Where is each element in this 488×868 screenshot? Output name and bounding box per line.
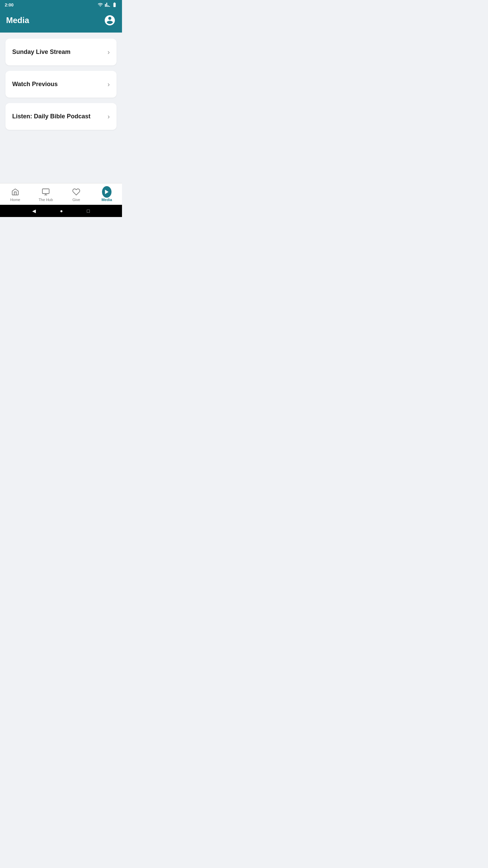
nav-item-give[interactable]: Give: [61, 187, 92, 202]
media-nav-label: Media: [101, 198, 112, 202]
user-avatar-icon[interactable]: [104, 14, 116, 26]
status-time: 2:00: [5, 2, 14, 7]
give-icon-wrap: [72, 187, 81, 197]
watch-previous-card[interactable]: Watch Previous ›: [5, 71, 117, 98]
nav-item-the-hub[interactable]: The Hub: [30, 187, 61, 202]
android-nav-bar: ◀ ● □: [0, 205, 122, 217]
bottom-nav: Home The Hub Give Med: [0, 183, 122, 205]
daily-bible-podcast-label: Listen: Daily Bible Podcast: [12, 113, 90, 120]
hub-icon-wrap: [41, 187, 50, 197]
page-header: Media: [0, 9, 122, 33]
media-active-bg: [102, 186, 111, 198]
wifi-icon: [98, 2, 103, 7]
media-icon-wrap: [102, 187, 111, 197]
status-icons: [98, 2, 117, 7]
give-nav-label: Give: [73, 198, 80, 202]
chevron-right-icon: ›: [107, 48, 110, 56]
monitor-icon: [42, 188, 50, 196]
play-icon: [104, 189, 110, 195]
sunday-live-stream-label: Sunday Live Stream: [12, 48, 70, 56]
android-back-button[interactable]: ◀: [32, 208, 36, 214]
status-bar: 2:00: [0, 0, 122, 9]
svg-marker-3: [105, 190, 109, 194]
daily-bible-podcast-card[interactable]: Listen: Daily Bible Podcast ›: [5, 103, 117, 130]
home-icon-wrap: [11, 187, 20, 197]
heart-icon: [72, 188, 80, 196]
home-icon: [11, 188, 19, 196]
svg-rect-0: [42, 189, 49, 194]
home-nav-label: Home: [10, 198, 20, 202]
android-recents-button[interactable]: □: [87, 208, 89, 214]
signal-icon: [105, 2, 110, 7]
main-content: Sunday Live Stream › Watch Previous › Li…: [0, 33, 122, 183]
android-home-button[interactable]: ●: [60, 208, 63, 214]
sunday-live-stream-card[interactable]: Sunday Live Stream ›: [5, 39, 117, 65]
nav-item-home[interactable]: Home: [0, 187, 30, 202]
nav-item-media[interactable]: Media: [92, 187, 122, 202]
chevron-right-icon: ›: [107, 113, 110, 120]
battery-icon: [112, 2, 117, 7]
page-title: Media: [6, 16, 29, 25]
watch-previous-label: Watch Previous: [12, 81, 58, 88]
hub-nav-label: The Hub: [39, 198, 53, 202]
chevron-right-icon: ›: [107, 80, 110, 88]
